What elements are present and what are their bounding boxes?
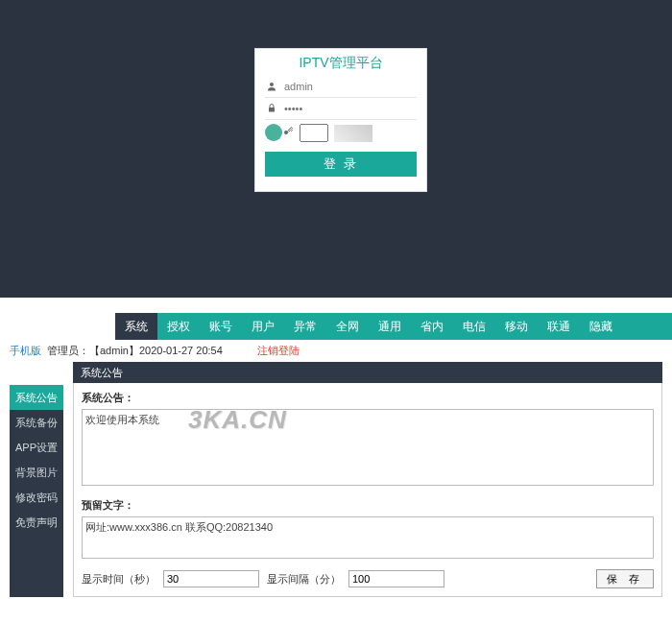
nav-item-0[interactable]: 系统 [115,313,157,340]
nav-item-3[interactable]: 用户 [242,313,284,340]
key-icon [282,126,294,140]
cursor-indicator [265,124,282,141]
login-title: IPTV管理平台 [255,49,426,78]
sidebar-item-3[interactable]: 背景图片 [10,460,63,485]
captcha-image[interactable] [334,125,372,142]
reserve-label: 预留文字： [82,498,654,513]
user-icon [265,80,278,93]
reserve-textarea[interactable] [82,516,654,559]
settings-row: 显示时间（秒） 显示间隔（分） 保 存 [82,562,654,588]
nav-item-11[interactable]: 隐藏 [580,313,622,340]
notice-textarea[interactable] [82,409,654,486]
login-backdrop: IPTV管理平台 登 录 [0,0,672,298]
username-row [255,78,426,95]
sidebar-item-1[interactable]: 系统备份 [10,410,63,435]
nav-item-7[interactable]: 省内 [411,313,453,340]
notice-label: 系统公告： [82,391,654,405]
display-time-label: 显示时间（秒） [82,572,156,587]
nav-item-1[interactable]: 授权 [157,313,200,340]
top-nav: 系统授权账号用户异常全网通用省内电信移动联通隐藏 [0,313,672,340]
content-area: 3KA.CN 系统公告 系统公告： 预留文字： 显示时间（秒） 显示间隔（分） … [73,362,662,597]
nav-item-5[interactable]: 全网 [326,313,369,340]
save-button[interactable]: 保 存 [596,569,654,588]
lock-icon [265,102,278,115]
password-input[interactable] [284,103,417,114]
nav-item-2[interactable]: 账号 [200,313,242,340]
divider [265,119,417,120]
sidebar-item-2[interactable]: APP设置 [10,435,63,460]
svg-point-0 [270,83,274,86]
display-gap-input[interactable] [348,570,444,587]
svg-point-2 [284,131,288,134]
captcha-input[interactable] [300,124,328,142]
svg-rect-1 [269,108,275,112]
panel-title: 系统公告 [73,362,662,383]
nav-item-9[interactable]: 移动 [495,313,538,340]
username-input[interactable] [284,81,417,92]
sidebar-item-0[interactable]: 系统公告 [10,385,63,410]
display-time-input[interactable] [163,570,259,587]
mobile-link[interactable]: 手机版 [10,344,41,358]
sidebar-item-5[interactable]: 免责声明 [10,510,63,535]
nav-item-10[interactable]: 联通 [538,313,580,340]
nav-item-6[interactable]: 通用 [369,313,411,340]
section-gap [0,298,672,313]
panel-body: 系统公告： 预留文字： 显示时间（秒） 显示间隔（分） 保 存 [73,383,662,597]
password-row [255,100,426,117]
main-layout: 系统公告系统备份APP设置背景图片修改密码免责声明 3KA.CN 系统公告 系统… [0,362,672,607]
login-button[interactable]: 登 录 [265,152,417,177]
logout-link[interactable]: 注销登陆 [257,344,300,358]
captcha-row [255,122,426,144]
sidebar: 系统公告系统备份APP设置背景图片修改密码免责声明 [10,385,63,597]
nav-spacer [0,313,115,340]
login-panel: IPTV管理平台 登 录 [254,48,427,192]
header-info: 手机版 管理员：【admin】2020-01-27 20:54 注销登陆 [0,340,672,362]
sidebar-item-4[interactable]: 修改密码 [10,485,63,510]
divider [265,97,417,98]
admin-info: 管理员：【admin】2020-01-27 20:54 [47,344,223,358]
display-gap-label: 显示间隔（分） [267,572,341,587]
nav-item-8[interactable]: 电信 [453,313,495,340]
nav-item-4[interactable]: 异常 [284,313,326,340]
